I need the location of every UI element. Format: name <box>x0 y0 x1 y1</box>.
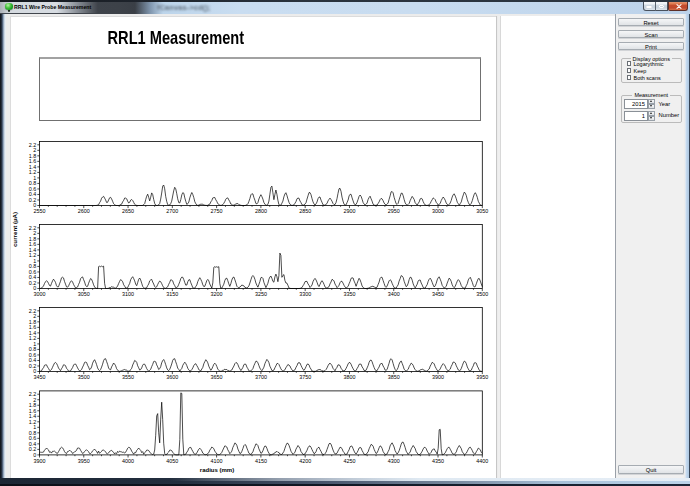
svg-text:3000: 3000 <box>34 291 46 297</box>
svg-text:2: 2 <box>33 147 36 153</box>
svg-text:1.6: 1.6 <box>29 324 37 330</box>
svg-text:2600: 2600 <box>78 208 90 214</box>
svg-text:3550: 3550 <box>122 374 134 380</box>
svg-text:0.8: 0.8 <box>29 263 37 269</box>
svg-text:2.2: 2.2 <box>29 142 37 148</box>
svg-text:0.2: 0.2 <box>29 363 37 369</box>
svg-text:3850: 3850 <box>388 374 400 380</box>
svg-text:1.8: 1.8 <box>29 319 37 325</box>
svg-text:4150: 4150 <box>255 458 267 464</box>
svg-text:4250: 4250 <box>343 458 355 464</box>
svg-text:1: 1 <box>33 424 36 430</box>
svg-text:3050: 3050 <box>476 208 488 214</box>
svg-text:4000: 4000 <box>122 458 134 464</box>
svg-text:3050: 3050 <box>78 291 90 297</box>
svg-text:0.6: 0.6 <box>29 186 37 192</box>
svg-text:2950: 2950 <box>388 208 400 214</box>
svg-text:1.4: 1.4 <box>29 330 37 336</box>
svg-text:2850: 2850 <box>299 208 311 214</box>
svg-text:3650: 3650 <box>211 374 223 380</box>
svg-text:1.6: 1.6 <box>29 158 37 164</box>
svg-text:3500: 3500 <box>476 291 488 297</box>
svg-text:0.2: 0.2 <box>29 197 37 203</box>
svg-text:3350: 3350 <box>343 291 355 297</box>
svg-text:0.8: 0.8 <box>29 430 37 436</box>
svg-text:3150: 3150 <box>166 291 178 297</box>
svg-text:3000: 3000 <box>432 208 444 214</box>
svg-text:2700: 2700 <box>166 208 178 214</box>
svg-text:4300: 4300 <box>388 458 400 464</box>
svg-text:3400: 3400 <box>388 291 400 297</box>
svg-text:0.4: 0.4 <box>29 274 37 280</box>
svg-text:2: 2 <box>33 397 36 403</box>
svg-text:3300: 3300 <box>299 291 311 297</box>
svg-text:1.2: 1.2 <box>29 169 37 175</box>
svg-text:radius (mm): radius (mm) <box>200 467 234 473</box>
svg-text:1.2: 1.2 <box>29 252 37 258</box>
svg-text:0.6: 0.6 <box>29 269 37 275</box>
svg-text:1.8: 1.8 <box>29 402 37 408</box>
svg-text:4400: 4400 <box>476 458 488 464</box>
svg-text:current (µA): current (µA) <box>11 212 18 247</box>
svg-text:2.2: 2.2 <box>29 391 37 397</box>
svg-text:2650: 2650 <box>122 208 134 214</box>
svg-text:0.6: 0.6 <box>29 435 37 441</box>
svg-text:0.4: 0.4 <box>29 357 37 363</box>
svg-text:1.4: 1.4 <box>29 413 37 419</box>
svg-text:0.4: 0.4 <box>29 191 37 197</box>
svg-text:3450: 3450 <box>432 291 444 297</box>
svg-text:3900: 3900 <box>432 374 444 380</box>
svg-text:3950: 3950 <box>78 458 90 464</box>
svg-text:0.2: 0.2 <box>29 446 37 452</box>
svg-text:4350: 4350 <box>432 458 444 464</box>
svg-text:2.2: 2.2 <box>29 308 37 314</box>
svg-text:2750: 2750 <box>211 208 223 214</box>
svg-text:3250: 3250 <box>255 291 267 297</box>
svg-text:2.2: 2.2 <box>29 225 37 231</box>
svg-text:3500: 3500 <box>78 374 90 380</box>
svg-text:4100: 4100 <box>211 458 223 464</box>
svg-text:3800: 3800 <box>343 374 355 380</box>
svg-text:1.6: 1.6 <box>29 408 37 414</box>
svg-text:1.6: 1.6 <box>29 241 37 247</box>
svg-text:2: 2 <box>33 230 36 236</box>
svg-text:3700: 3700 <box>255 374 267 380</box>
svg-text:3900: 3900 <box>34 458 46 464</box>
svg-text:1: 1 <box>33 175 36 181</box>
svg-text:0.6: 0.6 <box>29 352 37 358</box>
svg-text:0.4: 0.4 <box>29 441 37 447</box>
svg-text:2: 2 <box>33 313 36 319</box>
svg-text:4200: 4200 <box>299 458 311 464</box>
svg-text:3100: 3100 <box>122 291 134 297</box>
svg-text:1.4: 1.4 <box>29 164 37 170</box>
svg-text:1: 1 <box>33 258 36 264</box>
svg-text:1.2: 1.2 <box>29 419 37 425</box>
svg-text:1.8: 1.8 <box>29 236 37 242</box>
svg-text:2550: 2550 <box>34 208 46 214</box>
svg-text:3600: 3600 <box>166 374 178 380</box>
svg-text:1.2: 1.2 <box>29 335 37 341</box>
svg-text:2900: 2900 <box>343 208 355 214</box>
svg-text:0.8: 0.8 <box>29 180 37 186</box>
svg-text:1.4: 1.4 <box>29 247 37 253</box>
svg-text:0.2: 0.2 <box>29 280 37 286</box>
svg-text:1.8: 1.8 <box>29 153 37 159</box>
svg-text:1: 1 <box>33 341 36 347</box>
svg-text:0.8: 0.8 <box>29 346 37 352</box>
svg-text:3750: 3750 <box>299 374 311 380</box>
svg-text:3200: 3200 <box>211 291 223 297</box>
svg-text:3450: 3450 <box>34 374 46 380</box>
svg-text:3950: 3950 <box>476 374 488 380</box>
svg-text:4050: 4050 <box>166 458 178 464</box>
svg-text:2800: 2800 <box>255 208 267 214</box>
